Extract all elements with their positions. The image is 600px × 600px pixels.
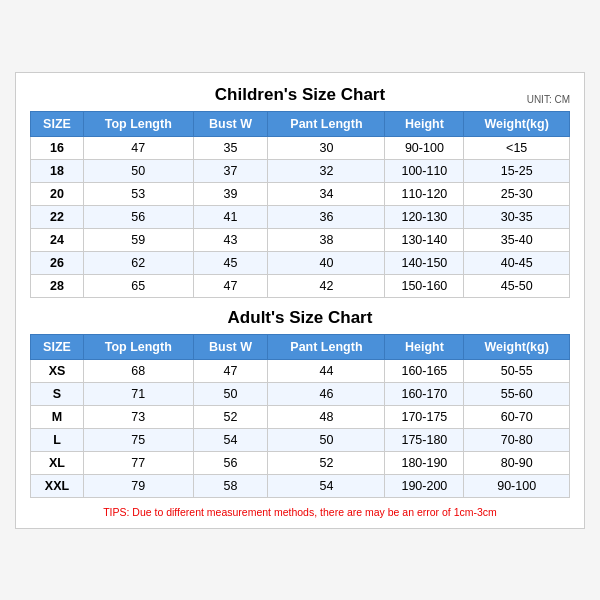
- table-cell: 25-30: [464, 182, 570, 205]
- table-cell: 120-130: [385, 205, 464, 228]
- adult-header-row: SIZE Top Length Bust W Pant Length Heigh…: [31, 334, 570, 359]
- children-section-title: Children's Size Chart: [215, 85, 385, 105]
- children-col-weight: Weight(kg): [464, 111, 570, 136]
- table-row: XS684744160-16550-55: [31, 359, 570, 382]
- table-cell: M: [31, 405, 84, 428]
- table-cell: 30-35: [464, 205, 570, 228]
- table-cell: XL: [31, 451, 84, 474]
- tips-text: TIPS: Due to different measurement metho…: [30, 506, 570, 518]
- children-col-pant-length: Pant Length: [268, 111, 385, 136]
- table-cell: 54: [193, 428, 268, 451]
- table-row: 24594338130-14035-40: [31, 228, 570, 251]
- children-header-row: SIZE Top Length Bust W Pant Length Heigh…: [31, 111, 570, 136]
- table-cell: 22: [31, 205, 84, 228]
- table-cell: 38: [268, 228, 385, 251]
- table-cell: 110-120: [385, 182, 464, 205]
- table-row: 20533934110-12025-30: [31, 182, 570, 205]
- table-row: 26624540140-15040-45: [31, 251, 570, 274]
- table-cell: 140-150: [385, 251, 464, 274]
- table-cell: 42: [268, 274, 385, 297]
- table-cell: 26: [31, 251, 84, 274]
- table-cell: <15: [464, 136, 570, 159]
- children-col-height: Height: [385, 111, 464, 136]
- table-cell: 20: [31, 182, 84, 205]
- adult-title-row: Adult's Size Chart: [30, 308, 570, 328]
- children-col-top-length: Top Length: [83, 111, 193, 136]
- table-cell: 55-60: [464, 382, 570, 405]
- adult-col-bust-w: Bust W: [193, 334, 268, 359]
- table-cell: XS: [31, 359, 84, 382]
- table-cell: 47: [193, 274, 268, 297]
- table-cell: 71: [83, 382, 193, 405]
- children-col-bust-w: Bust W: [193, 111, 268, 136]
- table-cell: 150-160: [385, 274, 464, 297]
- table-cell: 53: [83, 182, 193, 205]
- table-cell: 41: [193, 205, 268, 228]
- table-cell: 15-25: [464, 159, 570, 182]
- size-chart-container: Children's Size Chart UNIT: CM SIZE Top …: [15, 72, 585, 529]
- table-cell: 56: [193, 451, 268, 474]
- table-cell: 47: [83, 136, 193, 159]
- adult-col-top-length: Top Length: [83, 334, 193, 359]
- table-cell: 36: [268, 205, 385, 228]
- table-cell: 18: [31, 159, 84, 182]
- table-cell: 175-180: [385, 428, 464, 451]
- table-cell: 40: [268, 251, 385, 274]
- table-cell: 160-165: [385, 359, 464, 382]
- adult-col-pant-length: Pant Length: [268, 334, 385, 359]
- table-cell: 56: [83, 205, 193, 228]
- table-cell: 35-40: [464, 228, 570, 251]
- table-cell: 44: [268, 359, 385, 382]
- table-cell: 70-80: [464, 428, 570, 451]
- table-cell: 58: [193, 474, 268, 497]
- table-cell: 90-100: [464, 474, 570, 497]
- table-cell: 80-90: [464, 451, 570, 474]
- table-cell: 16: [31, 136, 84, 159]
- table-cell: 52: [193, 405, 268, 428]
- table-cell: 37: [193, 159, 268, 182]
- table-cell: 43: [193, 228, 268, 251]
- table-cell: 100-110: [385, 159, 464, 182]
- table-cell: 90-100: [385, 136, 464, 159]
- table-cell: 50: [268, 428, 385, 451]
- table-row: 28654742150-16045-50: [31, 274, 570, 297]
- table-cell: 68: [83, 359, 193, 382]
- table-cell: 35: [193, 136, 268, 159]
- table-cell: 180-190: [385, 451, 464, 474]
- table-cell: 46: [268, 382, 385, 405]
- table-cell: 65: [83, 274, 193, 297]
- children-size-table: SIZE Top Length Bust W Pant Length Heigh…: [30, 111, 570, 298]
- table-cell: 34: [268, 182, 385, 205]
- table-cell: 45: [193, 251, 268, 274]
- table-cell: 40-45: [464, 251, 570, 274]
- adult-col-size: SIZE: [31, 334, 84, 359]
- table-cell: 45-50: [464, 274, 570, 297]
- table-cell: 59: [83, 228, 193, 251]
- table-cell: 28: [31, 274, 84, 297]
- table-cell: L: [31, 428, 84, 451]
- adult-col-weight: Weight(kg): [464, 334, 570, 359]
- table-cell: 160-170: [385, 382, 464, 405]
- table-row: M735248170-17560-70: [31, 405, 570, 428]
- table-cell: 79: [83, 474, 193, 497]
- children-col-size: SIZE: [31, 111, 84, 136]
- table-row: XL775652180-19080-90: [31, 451, 570, 474]
- table-row: 22564136120-13030-35: [31, 205, 570, 228]
- table-cell: 73: [83, 405, 193, 428]
- table-cell: 48: [268, 405, 385, 428]
- adult-section: Adult's Size Chart SIZE Top Length Bust …: [30, 308, 570, 498]
- children-title-row: Children's Size Chart UNIT: CM: [30, 85, 570, 105]
- table-cell: 60-70: [464, 405, 570, 428]
- table-cell: 170-175: [385, 405, 464, 428]
- table-cell: 50-55: [464, 359, 570, 382]
- table-cell: 54: [268, 474, 385, 497]
- table-row: 1647353090-100<15: [31, 136, 570, 159]
- table-cell: 50: [193, 382, 268, 405]
- table-cell: 75: [83, 428, 193, 451]
- table-row: L755450175-18070-80: [31, 428, 570, 451]
- table-cell: S: [31, 382, 84, 405]
- adult-col-height: Height: [385, 334, 464, 359]
- table-cell: 130-140: [385, 228, 464, 251]
- table-cell: 39: [193, 182, 268, 205]
- table-cell: XXL: [31, 474, 84, 497]
